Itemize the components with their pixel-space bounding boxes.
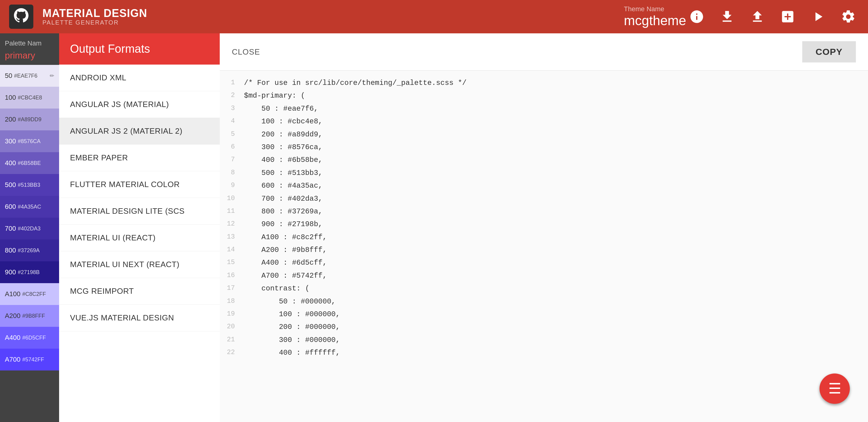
line-code-text: 700 : #402da3, — [244, 193, 322, 205]
palette-item-900[interactable]: 900 #27198B — [0, 261, 59, 283]
line-number: 10 — [220, 193, 244, 204]
palette-item-600[interactable]: 600 #4A35AC — [0, 196, 59, 218]
palette-item-700[interactable]: 700 #402DA3 — [0, 218, 59, 240]
line-number: 2 — [220, 90, 244, 101]
info-button[interactable] — [686, 6, 707, 27]
output-formats-header: Output Formats — [59, 33, 220, 65]
output-menu-material-ui-react[interactable]: MATERIAL UI (REACT) — [59, 224, 220, 251]
brand-title: MATERIAL DESIGN — [42, 7, 612, 20]
palette-shade-label: 600 — [5, 203, 16, 211]
line-code-text: 100 : #000000, — [244, 309, 340, 320]
palette-item-300[interactable]: 300 #8576CA — [0, 130, 59, 152]
line-code-text: 100 : #cbc4e8, — [244, 116, 322, 127]
line-code-text: 300 : #000000, — [244, 334, 340, 346]
code-area: 1 /* For use in src/lib/core/theming/_pa… — [220, 71, 868, 422]
theme-name: mcgtheme — [624, 13, 686, 28]
output-formats-menu: ANDROID XMLANGULAR JS (MATERIAL)ANGULAR … — [59, 65, 220, 331]
palette-hex-label: #6D5CFF — [22, 335, 46, 341]
line-number: 18 — [220, 296, 244, 306]
line-number: 1 — [220, 77, 244, 88]
palette-shade-label: 500 — [5, 181, 16, 189]
code-line-21: 21 300 : #000000, — [220, 334, 868, 346]
line-code-text: A700 : #5742ff, — [244, 270, 327, 282]
palette-hex-label: #4A35AC — [18, 204, 41, 210]
line-number: 22 — [220, 347, 244, 358]
upload-button[interactable] — [747, 6, 768, 27]
output-menu-flutter-material-color[interactable]: FLUTTER MATERIAL COLOR — [59, 171, 220, 198]
github-logo[interactable] — [9, 4, 33, 29]
code-line-7: 7 400 : #6b58be, — [220, 154, 868, 167]
add-button[interactable] — [777, 6, 798, 27]
line-code-text: 200 : #000000, — [244, 321, 340, 333]
output-menu-angular-js-2-material[interactable]: ANGULAR JS 2 (MATERIAL 2) — [59, 118, 220, 145]
palette-shade-label: 900 — [5, 268, 16, 276]
palette-item-100[interactable]: 100 #CBC4E8 — [0, 87, 59, 109]
copy-button[interactable]: COPY — [802, 41, 856, 62]
line-code-text: contrast: ( — [244, 283, 309, 294]
palette-item-200[interactable]: 200 #A89DD9 — [0, 109, 59, 130]
play-button[interactable] — [807, 6, 829, 27]
code-line-5: 5 200 : #a89dd9, — [220, 128, 868, 141]
palette-shade-label: 800 — [5, 246, 16, 254]
brand-area: MATERIAL DESIGN PALETTE GENERATOR — [42, 7, 612, 26]
palette-hex-label: #8576CA — [18, 138, 41, 145]
edit-icon[interactable]: ✏ — [50, 72, 54, 79]
palette-item-800[interactable]: 800 #37269A — [0, 240, 59, 261]
line-number: 7 — [220, 154, 244, 165]
palette-hex-label: #402DA3 — [18, 225, 41, 232]
output-menu-android-xml[interactable]: ANDROID XML — [59, 65, 220, 91]
settings-button[interactable] — [838, 6, 859, 27]
palette-item-50[interactable]: 50 #EAE7F6 ✏ — [0, 65, 59, 87]
close-button[interactable]: CLOSE — [232, 47, 260, 57]
line-number: 8 — [220, 167, 244, 178]
line-code-text: 400 : #6b58be, — [244, 154, 322, 166]
palette-hex-label: #CBC4E8 — [18, 95, 42, 101]
palette-label: Palette Nam — [0, 33, 59, 50]
fab-button[interactable]: ☰ — [819, 373, 850, 404]
output-menu-material-ui-next-react[interactable]: MATERIAL UI NEXT (REACT) — [59, 251, 220, 278]
palette-item-a400[interactable]: A400 #6D5CFF — [0, 327, 59, 349]
palette-hex-label: #27198B — [18, 269, 40, 276]
line-code-text: 50 : #000000, — [244, 296, 336, 307]
palette-item-400[interactable]: 400 #6B58BE — [0, 152, 59, 174]
output-menu-vuejs-material-design[interactable]: VUE.JS MATERIAL DESIGN — [59, 305, 220, 331]
code-line-9: 9 600 : #4a35ac, — [220, 179, 868, 192]
palette-shade-label: A400 — [5, 334, 20, 342]
code-line-4: 4 100 : #cbc4e8, — [220, 115, 868, 128]
line-code-text: A100 : #c8c2ff, — [244, 232, 327, 243]
line-number: 21 — [220, 334, 244, 345]
palette-hex-label: #9B8FFF — [22, 313, 45, 319]
palette-name: primary — [0, 50, 59, 65]
code-line-17: 17 contrast: ( — [220, 282, 868, 295]
output-menu-mcg-reimport[interactable]: MCG REIMPORT — [59, 278, 220, 305]
line-number: 9 — [220, 180, 244, 191]
output-menu-ember-paper[interactable]: EMBER PAPER — [59, 145, 220, 171]
output-menu-angular-js-material[interactable]: ANGULAR JS (MATERIAL) — [59, 91, 220, 118]
code-line-13: 13 A100 : #c8c2ff, — [220, 231, 868, 244]
palette-shade-label: 400 — [5, 159, 16, 167]
palette-items-list: 50 #EAE7F6 ✏ 100 #CBC4E8 200 #A89DD9 300… — [0, 65, 59, 370]
code-line-8: 8 500 : #513bb3, — [220, 167, 868, 179]
output-menu-material-design-lite[interactable]: MATERIAL DESIGN LITE (SCS — [59, 198, 220, 224]
brand-subtitle: PALETTE GENERATOR — [42, 19, 612, 26]
palette-item-500[interactable]: 500 #513BB3 — [0, 174, 59, 196]
palette-item-a100[interactable]: A100 #C8C2FF — [0, 283, 59, 305]
palette-hex-label: #C8C2FF — [22, 291, 46, 297]
line-code-text: 300 : #8576ca, — [244, 142, 322, 153]
line-number: 17 — [220, 283, 244, 294]
line-number: 3 — [220, 103, 244, 114]
line-code-text: 50 : #eae7f6, — [244, 103, 318, 115]
palette-item-a200[interactable]: A200 #9B8FFF — [0, 305, 59, 327]
github-icon — [13, 8, 29, 26]
download-button[interactable] — [716, 6, 738, 27]
line-number: 13 — [220, 232, 244, 242]
code-line-6: 6 300 : #8576ca, — [220, 141, 868, 154]
code-lines: 1 /* For use in src/lib/core/theming/_pa… — [220, 77, 868, 360]
code-line-10: 10 700 : #402da3, — [220, 192, 868, 205]
palette-item-a700[interactable]: A700 #5742FF — [0, 349, 59, 370]
line-code-text: 900 : #27198b, — [244, 218, 322, 230]
code-line-14: 14 A200 : #9b8fff, — [220, 244, 868, 257]
palette-hex-label: #37269A — [18, 247, 40, 254]
palette-shade-label: A100 — [5, 290, 20, 298]
header-actions — [686, 6, 859, 27]
